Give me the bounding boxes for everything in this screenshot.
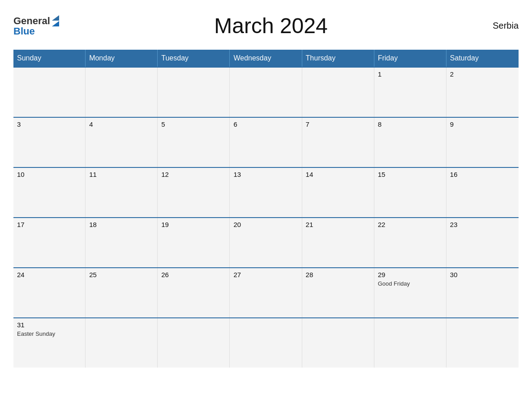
calendar-cell [446,318,519,368]
day-number: 27 [233,271,298,278]
calendar-cell: 15 [374,168,446,217]
day-number: 5 [161,120,226,128]
logo-blue-text: Blue [13,26,35,36]
day-number: 28 [306,271,370,278]
day-number: 11 [89,171,154,178]
calendar-cell: 28 [302,268,374,317]
logo-general-text: General [13,16,50,26]
header-day-tuesday: Tuesday [158,50,230,67]
calendar-cell: 12 [158,168,230,217]
calendar-cell [158,68,230,117]
calendar-cell: 4 [86,118,158,167]
calendar-cell [86,318,158,368]
calendar-cell: 14 [302,168,374,217]
day-number: 13 [233,171,298,178]
calendar-week-1: 3456789 [13,117,519,167]
header-day-wednesday: Wednesday [230,50,302,67]
day-number: 9 [450,120,515,128]
calendar-week-5: 31Easter Sunday [13,317,519,368]
calendar-cell [230,318,302,368]
calendar-cell: 22 [374,218,446,267]
logo: General Blue [13,15,59,36]
month-title: March 2024 [59,13,483,38]
calendar-cell: 3 [13,118,86,167]
calendar-cell: 11 [86,168,158,217]
calendar-week-2: 10111213141516 [13,167,519,217]
calendar-cell: 21 [302,218,374,267]
calendar-cell: 24 [13,268,86,317]
day-number: 6 [233,120,298,128]
calendar-cell: 1 [374,68,446,117]
day-number: 21 [306,221,370,228]
day-number: 29 [378,271,442,278]
calendar-cell: 30 [446,268,519,317]
calendar-cell: 9 [446,118,519,167]
calendar-cell: 7 [302,118,374,167]
calendar-cell [302,68,374,117]
calendar-cell: 13 [230,168,302,217]
calendar-cell: 18 [86,218,158,267]
day-number: 24 [17,271,82,278]
day-number: 15 [378,171,442,178]
calendar-cell [374,318,446,368]
calendar: SundayMondayTuesdayWednesdayThursdayFrid… [13,50,519,368]
day-number: 1 [378,70,442,78]
header-day-sunday: Sunday [13,50,86,67]
day-number: 30 [450,271,515,278]
day-number: 26 [161,271,226,278]
calendar-week-0: 12 [13,67,519,117]
calendar-cell: 27 [230,268,302,317]
day-number: 19 [161,221,226,228]
header-day-thursday: Thursday [302,50,374,67]
calendar-cell: 17 [13,218,86,267]
day-number: 7 [306,120,370,128]
day-number: 12 [161,171,226,178]
event-label: Good Friday [378,280,442,287]
day-number: 8 [378,120,442,128]
calendar-cell [86,68,158,117]
calendar-cell [158,318,230,368]
header-day-monday: Monday [86,50,158,67]
country-label: Serbia [483,21,519,31]
calendar-cell: 10 [13,168,86,217]
calendar-cell: 26 [158,268,230,317]
day-number: 3 [17,120,82,128]
day-number: 10 [17,171,82,178]
calendar-cell [13,68,86,117]
calendar-cell: 23 [446,218,519,267]
calendar-cell: 20 [230,218,302,267]
day-number: 18 [89,221,154,228]
day-number: 20 [233,221,298,228]
calendar-week-4: 242526272829Good Friday30 [13,267,519,317]
calendar-cell: 19 [158,218,230,267]
day-number: 22 [378,221,442,228]
day-number: 25 [89,271,154,278]
day-number: 31 [17,321,82,329]
calendar-header: SundayMondayTuesdayWednesdayThursdayFrid… [13,50,519,67]
calendar-cell: 2 [446,68,519,117]
calendar-cell: 25 [86,268,158,317]
calendar-cell: 6 [230,118,302,167]
page-header: General Blue March 2024 Serbia [13,9,519,43]
calendar-cell: 31Easter Sunday [13,318,86,368]
header-day-friday: Friday [374,50,446,67]
header-day-saturday: Saturday [446,50,519,67]
day-number: 23 [450,221,515,228]
calendar-cell: 8 [374,118,446,167]
calendar-cell: 5 [158,118,230,167]
day-number: 2 [450,70,515,78]
event-label: Easter Sunday [17,330,82,337]
day-number: 16 [450,171,515,178]
calendar-cell [302,318,374,368]
calendar-cell: 29Good Friday [374,268,446,317]
calendar-cell [230,68,302,117]
calendar-week-3: 17181920212223 [13,217,519,267]
day-number: 17 [17,221,82,228]
calendar-body: 1234567891011121314151617181920212223242… [13,67,519,368]
day-number: 14 [306,171,370,178]
day-number: 4 [89,120,154,128]
calendar-cell: 16 [446,168,519,217]
